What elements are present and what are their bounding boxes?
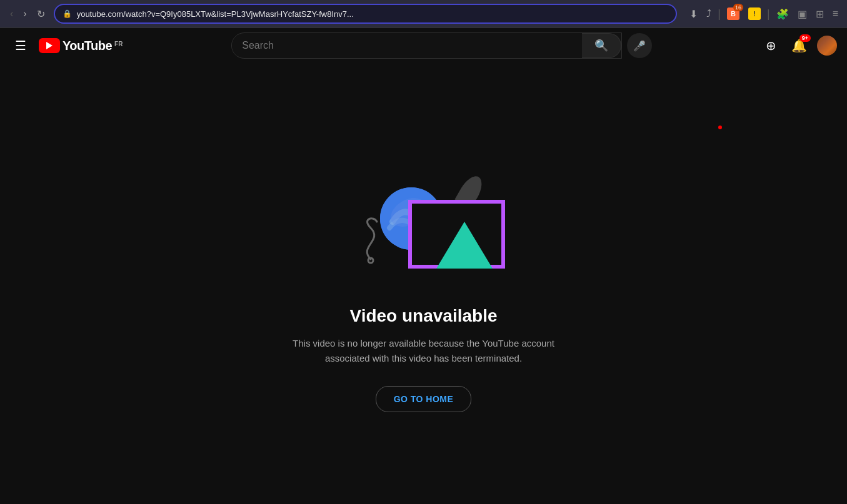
error-illustration — [318, 156, 530, 281]
back-button[interactable]: ‹ — [6, 6, 17, 22]
lock-icon: 🔒 — [63, 9, 72, 18]
error-description: This video is no longer available becaus… — [293, 336, 554, 366]
puzzle-icon: 🧩 — [776, 9, 789, 19]
brave-badge: 16 — [733, 4, 743, 11]
youtube-logo-text: YouTube — [63, 39, 112, 53]
grid-icon: ⊞ — [816, 9, 824, 19]
search-button[interactable]: 🔍 — [582, 33, 621, 58]
separator: | — [718, 7, 721, 21]
brave-shield-button[interactable]: B 16 — [724, 5, 742, 22]
header-center: 🔍 🎤 — [123, 32, 761, 59]
search-form: 🔍 — [231, 32, 622, 59]
grid-button[interactable]: ⊞ — [813, 6, 826, 22]
nav-buttons: ‹ › ↻ — [6, 6, 49, 22]
go-to-home-button[interactable]: GO TO HOME — [376, 386, 472, 412]
header-left: ☰ YouTube FR — [10, 33, 123, 58]
youtube-logo-icon — [39, 38, 60, 53]
warning-icon: ! — [748, 7, 761, 20]
menu-button[interactable]: ≡ — [830, 6, 841, 22]
sidebar-icon: ▣ — [798, 9, 807, 19]
youtube-logo[interactable]: YouTube FR — [39, 38, 123, 53]
red-dot-decoration — [718, 126, 722, 129]
error-description-line2: associated with this video has been term… — [325, 353, 522, 363]
mic-icon: 🎤 — [633, 40, 646, 52]
sidebar-button[interactable]: ▣ — [795, 6, 809, 22]
warning-button[interactable]: ! — [746, 5, 763, 22]
search-input[interactable] — [232, 35, 582, 56]
browser-chrome: ‹ › ↻ 🔒 youtube.com/watch?v=Q9Iy085LXTw&… — [0, 0, 847, 28]
hamburger-icon: ☰ — [15, 39, 26, 52]
download-button[interactable]: ⬇ — [687, 6, 700, 22]
separator2: | — [767, 7, 770, 21]
create-icon: ⊕ — [766, 39, 776, 52]
hamburger-menu-button[interactable]: ☰ — [10, 33, 31, 58]
reload-button[interactable]: ↻ — [33, 6, 49, 22]
header-right: ⊕ 🔔 9+ — [761, 33, 837, 58]
address-bar[interactable]: 🔒 youtube.com/watch?v=Q9Iy085LXTw&list=P… — [54, 4, 678, 24]
share-button[interactable]: ⤴ — [704, 6, 714, 22]
svg-point-0 — [368, 258, 373, 263]
avatar[interactable] — [817, 36, 837, 56]
create-button[interactable]: ⊕ — [761, 33, 781, 58]
error-description-line1: This video is no longer available becaus… — [293, 338, 554, 348]
extensions-button[interactable]: 🧩 — [774, 6, 791, 22]
youtube-logo-lang: FR — [114, 41, 123, 47]
error-title: Video unavailable — [349, 306, 497, 326]
mic-button[interactable]: 🎤 — [627, 33, 652, 58]
menu-icon: ≡ — [833, 8, 838, 19]
browser-actions: ⬇ ⤴ | B 16 ! | 🧩 ▣ ⊞ ≡ — [687, 5, 841, 22]
notifications-button[interactable]: 🔔 9+ — [786, 33, 812, 58]
teal-triangle — [436, 222, 493, 269]
forward-button[interactable]: › — [19, 6, 30, 22]
youtube-header: ☰ YouTube FR 🔍 🎤 ⊕ 🔔 9+ — [0, 28, 847, 63]
notification-badge: 9+ — [799, 34, 811, 42]
search-icon: 🔍 — [594, 39, 608, 52]
url-text: youtube.com/watch?v=Q9Iy085LXTw&list=PL3… — [77, 9, 669, 19]
main-content: Video unavailable This video is no longe… — [0, 63, 847, 504]
browser-toolbar: ‹ › ↻ 🔒 youtube.com/watch?v=Q9Iy085LXTw&… — [0, 0, 847, 27]
